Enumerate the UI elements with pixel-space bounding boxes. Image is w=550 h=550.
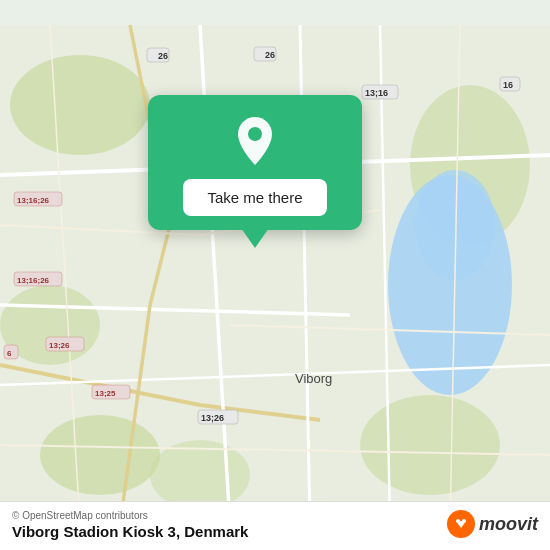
- svg-point-4: [40, 415, 160, 495]
- location-pin-icon: [227, 113, 283, 169]
- take-me-there-button[interactable]: Take me there: [183, 179, 326, 216]
- svg-text:26: 26: [158, 51, 168, 61]
- popup-card: Take me there: [148, 95, 362, 230]
- moovit-text: moovit: [479, 514, 538, 535]
- svg-text:13;16: 13;16: [365, 88, 388, 98]
- svg-text:13;16;26: 13;16;26: [17, 276, 50, 285]
- svg-point-5: [360, 395, 500, 495]
- svg-text:16: 16: [503, 80, 513, 90]
- svg-text:13;25: 13;25: [95, 389, 116, 398]
- svg-text:13;26: 13;26: [201, 413, 224, 423]
- map-background: 26 26 13;16 16 13;16;26 13;16;26 13;26 6…: [0, 0, 550, 550]
- svg-text:26: 26: [265, 50, 275, 60]
- svg-text:Viborg: Viborg: [295, 371, 332, 386]
- svg-text:6: 6: [7, 349, 12, 358]
- svg-point-52: [456, 519, 460, 523]
- svg-point-1: [10, 55, 150, 155]
- svg-text:13;26: 13;26: [49, 341, 70, 350]
- svg-point-6: [150, 440, 250, 510]
- moovit-logo: moovit: [447, 510, 538, 538]
- svg-point-49: [248, 127, 262, 141]
- moovit-icon: [447, 510, 475, 538]
- svg-text:13;16;26: 13;16;26: [17, 196, 50, 205]
- svg-point-53: [462, 519, 466, 523]
- map-container: 26 26 13;16 16 13;16;26 13;16;26 13;26 6…: [0, 0, 550, 550]
